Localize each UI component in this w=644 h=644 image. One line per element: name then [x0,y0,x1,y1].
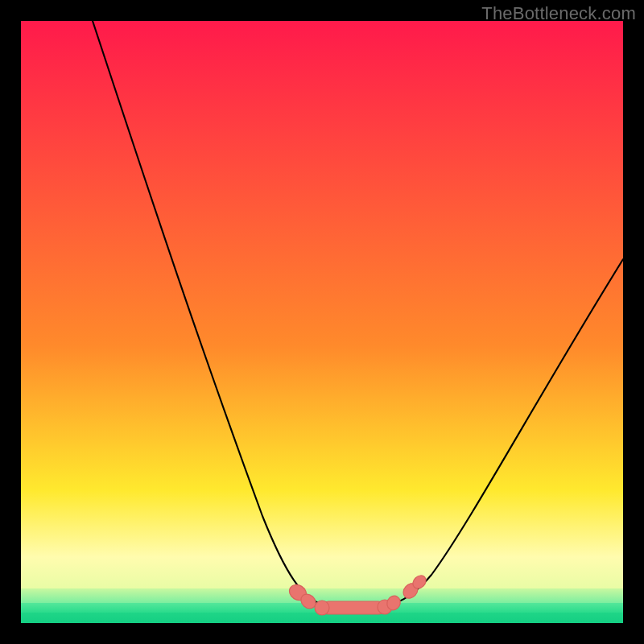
svg-point-3 [315,601,329,615]
svg-rect-2 [322,601,385,614]
chart-svg [21,21,623,623]
chart-curve [93,21,623,609]
chart-plot-area [21,21,623,623]
chart-beads [287,573,428,615]
chart-frame: TheBottleneck.com [0,0,644,644]
watermark-text: TheBottleneck.com [481,3,636,24]
